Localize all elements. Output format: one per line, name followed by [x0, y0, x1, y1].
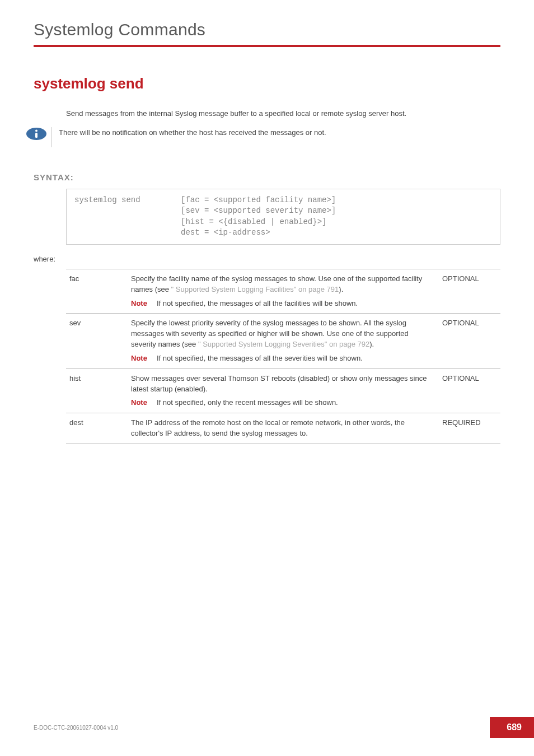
- table-row: sev Specify the lowest priority severity…: [66, 314, 500, 368]
- table-row: hist Show messages over several Thomson …: [66, 368, 500, 413]
- param-desc-text: Show messages over several Thomson ST re…: [131, 374, 427, 393]
- syntax-args: [fac = <supported facility name>] [sev =…: [181, 195, 336, 239]
- param-required: OPTIONAL: [439, 314, 500, 368]
- param-desc-text: The IP address of the remote host on the…: [131, 418, 405, 437]
- param-name: sev: [66, 314, 128, 368]
- page-footer: E-DOC-CTC-20061027-0004 v1.0 689: [34, 717, 534, 738]
- param-required: OPTIONAL: [439, 269, 500, 314]
- where-label: where:: [34, 255, 534, 263]
- syntax-arg-line: [hist = <{disabled | enabled}>]: [181, 217, 326, 226]
- note-body: If not specified, the messages of all th…: [157, 298, 435, 309]
- param-desc: Specify the lowest priority severity of …: [128, 314, 439, 368]
- param-required: REQUIRED: [439, 413, 500, 444]
- doc-reference-link[interactable]: " Supported System Logging Facilities" o…: [171, 285, 339, 293]
- param-desc-tail: ).: [339, 285, 343, 293]
- svg-rect-2: [35, 133, 38, 138]
- param-required: OPTIONAL: [439, 368, 500, 413]
- footer-doc-id: E-DOC-CTC-20061027-0004 v1.0: [34, 725, 118, 731]
- syntax-arg-line: dest = <ip-address>: [181, 228, 270, 237]
- param-desc: Show messages over several Thomson ST re…: [128, 368, 439, 413]
- section-title: systemlog send: [34, 75, 534, 92]
- param-name: dest: [66, 413, 128, 444]
- svg-point-1: [35, 129, 38, 132]
- table-row: fac Specify the facility name of the sys…: [66, 269, 500, 314]
- param-name: fac: [66, 269, 128, 314]
- syntax-label: SYNTAX:: [34, 172, 534, 182]
- intro-text: Send messages from the internal Syslog m…: [66, 108, 500, 119]
- param-name: hist: [66, 368, 128, 413]
- note-body: If not specified, only the recent messag…: [157, 398, 435, 408]
- page-header-title: Systemlog Commands: [34, 20, 500, 39]
- note-label: Note: [131, 353, 157, 364]
- doc-reference-link[interactable]: " Supported System Logging Severities" o…: [198, 340, 369, 348]
- syntax-arg-line: [fac = <supported facility name>]: [181, 195, 336, 204]
- top-note-text: There will be no notification on whether…: [59, 127, 326, 142]
- param-desc-tail: ).: [369, 340, 374, 348]
- syntax-arg-line: [sev = <supported severity name>]: [181, 206, 336, 215]
- note-label: Note: [131, 298, 157, 309]
- param-desc: The IP address of the remote host on the…: [128, 413, 439, 444]
- param-desc: Specify the facility name of the syslog …: [128, 269, 439, 314]
- syntax-box: systemlog send[fac = <supported facility…: [66, 189, 500, 245]
- page-number-badge: 689: [490, 717, 534, 738]
- info-icon: [26, 127, 47, 141]
- note-divider: [51, 127, 52, 147]
- syntax-command: systemlog send: [74, 195, 181, 206]
- top-note-row: There will be no notification on whether…: [26, 127, 500, 147]
- note-body: If not specified, the messages of all th…: [157, 353, 435, 364]
- table-row: dest The IP address of the remote host o…: [66, 413, 500, 444]
- parameter-table: fac Specify the facility name of the sys…: [66, 269, 500, 444]
- note-label: Note: [131, 398, 157, 408]
- header-divider: [34, 45, 500, 47]
